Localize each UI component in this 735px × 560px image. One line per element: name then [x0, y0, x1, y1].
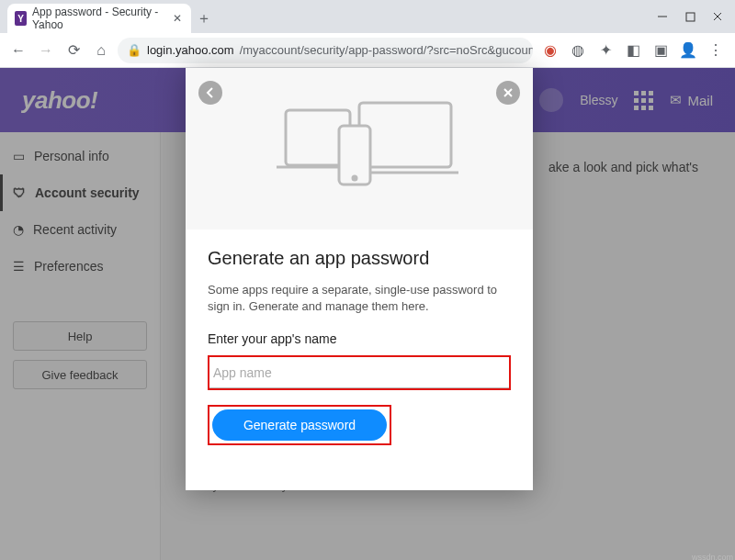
close-icon[interactable]: ✕ — [173, 13, 182, 24]
app-name-input[interactable] — [209, 357, 509, 388]
window-controls — [649, 0, 731, 33]
lock-icon: 🔒 — [127, 43, 141, 57]
toolbar: ← → ⟳ ⌂ 🔒 login.yahoo.com/myaccount/secu… — [0, 33, 735, 68]
app-password-modal: Generate an app password Some apps requi… — [186, 68, 533, 490]
highlight-input — [208, 355, 511, 390]
extensions-menu-icon[interactable]: ✦ — [597, 42, 614, 59]
extension-icon[interactable]: ▣ — [652, 42, 669, 59]
modal-desc: Some apps require a separate, single-use… — [208, 282, 511, 315]
highlight-button: Generate password — [208, 405, 391, 445]
tab-favicon: Y — [15, 11, 27, 26]
new-tab-button[interactable]: ＋ — [191, 6, 217, 31]
extension-icon[interactable]: ◉ — [542, 42, 559, 59]
watermark: wssdn.com — [692, 553, 733, 560]
modal-back-button[interactable] — [198, 81, 222, 105]
chevron-left-icon — [205, 87, 216, 98]
url-host: login.yahoo.com — [147, 43, 234, 57]
modal-title: Generate an app password — [208, 248, 511, 269]
extension-icon[interactable]: ◧ — [625, 42, 641, 59]
svg-point-11 — [353, 176, 356, 180]
browser-tab[interactable]: Y App password - Security - Yahoo ✕ — [7, 4, 191, 33]
generate-password-button[interactable]: Generate password — [212, 409, 387, 441]
close-icon — [503, 87, 514, 98]
tab-title: App password - Security - Yahoo — [32, 6, 162, 31]
profile-avatar[interactable]: 👤 — [680, 42, 696, 59]
window-titlebar: Y App password - Security - Yahoo ✕ ＋ — [0, 0, 735, 33]
minimize-button[interactable] — [649, 3, 676, 30]
address-bar[interactable]: 🔒 login.yahoo.com/myaccount/security/app… — [118, 38, 533, 63]
modal-illustration — [186, 68, 533, 230]
devices-illustration — [258, 94, 460, 204]
svg-rect-1 — [686, 13, 695, 21]
field-label: Enter your app's name — [208, 331, 511, 346]
url-path: /myaccount/security/app-password/?src=no… — [240, 43, 533, 57]
forward-button[interactable]: → — [35, 39, 57, 62]
page: yahoo! Blessy ✉ Mail ▭ Personal info 🛡 A… — [0, 68, 735, 560]
menu-icon[interactable]: ⋮ — [707, 42, 724, 59]
extension-icon[interactable]: ◍ — [570, 42, 586, 59]
svg-rect-7 — [359, 103, 451, 167]
close-window-button[interactable] — [704, 3, 731, 30]
modal-body: Generate an app password Some apps requi… — [186, 230, 533, 464]
reload-button[interactable]: ⟳ — [62, 39, 85, 62]
modal-close-button[interactable] — [496, 81, 520, 105]
extensions: ◉ ◍ ✦ ◧ ▣ 👤 ⋮ — [538, 42, 728, 59]
back-button[interactable]: ← — [7, 39, 29, 62]
home-button[interactable]: ⌂ — [90, 39, 112, 62]
maximize-button[interactable] — [676, 3, 704, 30]
